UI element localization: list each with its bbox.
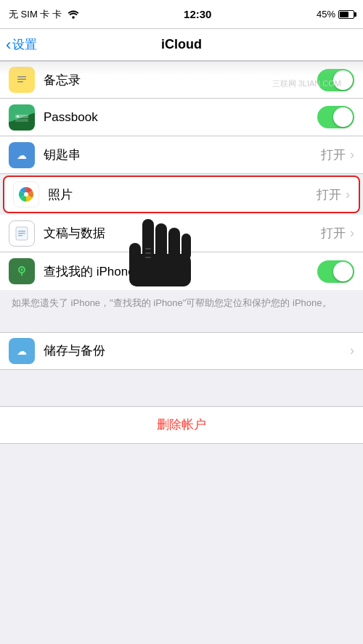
- svg-point-11: [24, 192, 28, 197]
- keychain-icon: ☁: [9, 142, 35, 168]
- svg-rect-7: [15, 119, 28, 122]
- svg-text:☁: ☁: [17, 345, 27, 357]
- page-title: iCloud: [161, 37, 202, 52]
- status-bar: 无 SIM 卡 卡 12:30 45%: [0, 0, 363, 29]
- storage-label: 储存与备份: [44, 342, 350, 359]
- find-description: 如果您遗失了 iPhone，"查找我的 iPhone"可帮助您定位和保护您的 i…: [0, 290, 363, 318]
- back-button[interactable]: ‹ 设置: [6, 36, 37, 53]
- row-passbook[interactable]: Passbook: [0, 99, 363, 136]
- status-right: 45%: [317, 9, 354, 20]
- find-toggle[interactable]: [317, 260, 354, 283]
- settings-list: 备忘录 Passbook ☁ 钥匙串 打开 ›: [0, 61, 363, 290]
- passbook-toggle[interactable]: [317, 106, 354, 128]
- row-storage[interactable]: ☁ 储存与备份 ›: [0, 332, 363, 370]
- delete-label: 删除帐户: [157, 416, 206, 433]
- svg-rect-15: [18, 235, 23, 236]
- svg-rect-16: [13, 263, 30, 280]
- back-label: 设置: [12, 36, 37, 53]
- passbook-icon: [9, 104, 35, 131]
- svg-rect-14: [18, 233, 25, 234]
- battery-percent: 45%: [317, 9, 335, 20]
- photos-value: 打开: [317, 186, 341, 203]
- row-photos[interactable]: 照片 打开 ›: [3, 176, 360, 213]
- row-notes[interactable]: 备忘录: [0, 61, 363, 99]
- find-label: 查找我的 iPhone: [44, 263, 317, 280]
- section-gap-2: [0, 370, 363, 392]
- passbook-label: Passbook: [44, 110, 317, 125]
- section-gap: [0, 318, 363, 332]
- battery-icon: [338, 10, 354, 19]
- svg-rect-3: [17, 79, 26, 80]
- svg-point-0: [72, 16, 75, 19]
- svg-rect-8: [17, 115, 19, 117]
- svg-rect-13: [18, 231, 25, 232]
- status-time: 12:30: [184, 8, 211, 20]
- notes-toggle[interactable]: [317, 69, 354, 91]
- row-keychain[interactable]: ☁ 钥匙串 打开 ›: [0, 136, 363, 174]
- delete-account-button[interactable]: 删除帐户: [0, 406, 363, 444]
- keychain-label: 钥匙串: [44, 146, 321, 163]
- back-chevron-icon: ‹: [6, 37, 11, 53]
- photos-label: 照片: [48, 186, 317, 203]
- notes-label: 备忘录: [44, 72, 317, 88]
- docs-chevron-icon: ›: [350, 226, 354, 241]
- keychain-chevron-icon: ›: [350, 147, 354, 162]
- svg-text:☁: ☁: [17, 149, 27, 161]
- svg-point-18: [21, 269, 23, 271]
- carrier-text: 无 SIM 卡 卡: [9, 8, 79, 21]
- find-icon: [9, 258, 35, 284]
- storage-section: ☁ 储存与备份 ›: [0, 332, 363, 370]
- storage-icon: ☁: [9, 338, 35, 364]
- row-find[interactable]: 查找我的 iPhone: [0, 252, 363, 290]
- docs-label: 文稿与数据: [44, 225, 321, 242]
- photos-chevron-icon: ›: [346, 187, 350, 202]
- photos-icon: [13, 181, 39, 207]
- notes-icon: [9, 67, 35, 93]
- keychain-value: 打开: [321, 146, 346, 163]
- svg-rect-2: [17, 76, 26, 78]
- docs-value: 打开: [321, 225, 346, 242]
- storage-chevron-icon: ›: [350, 343, 354, 358]
- row-docs[interactable]: 文稿与数据 打开 ›: [0, 215, 363, 252]
- svg-rect-4: [17, 81, 23, 83]
- docs-icon: [9, 220, 35, 247]
- nav-bar: ‹ 设置 iCloud: [0, 29, 363, 61]
